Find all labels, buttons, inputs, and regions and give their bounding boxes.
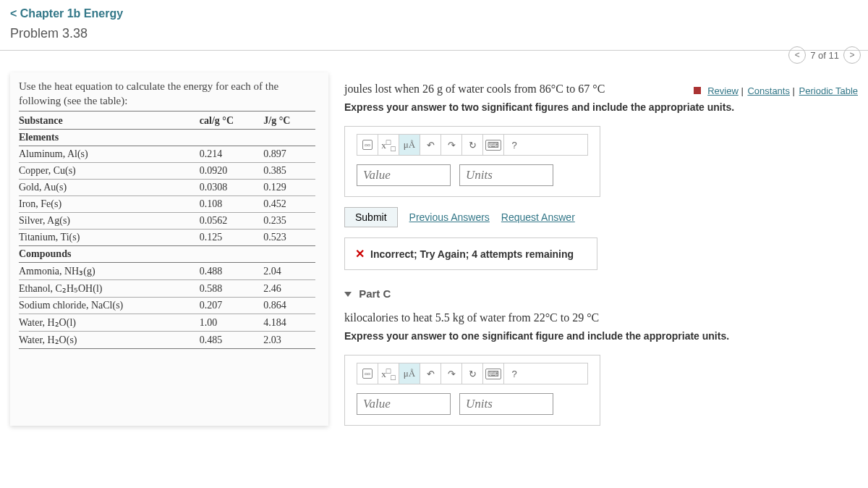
feedback-text: Incorrect; Try Again; 4 attempts remaini… bbox=[370, 248, 574, 260]
answer-toolbar: ▫▫ x□□ μÅ ↶ ↷ ↻ ⌨ ? bbox=[357, 363, 588, 384]
reset-button[interactable]: ↻ bbox=[462, 363, 483, 384]
special-chars-button[interactable]: μÅ bbox=[399, 363, 420, 384]
section-elements: Elements bbox=[19, 130, 315, 146]
table-row: Ammonia, NH₃(g)0.4882.04 bbox=[19, 263, 315, 280]
value-input[interactable] bbox=[357, 164, 451, 186]
units-input[interactable] bbox=[459, 164, 553, 186]
template-button[interactable]: ▫▫ bbox=[357, 363, 378, 384]
periodic-table-link[interactable]: Periodic Table bbox=[799, 85, 858, 96]
answer-toolbar: ▫▫ x□□ μÅ ↶ ↷ ↻ ⌨ ? bbox=[357, 134, 588, 156]
table-row: Gold, Au(s)0.03080.129 bbox=[19, 180, 315, 196]
part-c-label: Part C bbox=[359, 287, 391, 300]
exponent-button[interactable]: x□□ bbox=[378, 363, 399, 384]
table-row: Iron, Fe(s)0.1080.452 bbox=[19, 196, 315, 213]
prev-problem-button[interactable]: < bbox=[788, 46, 806, 64]
col-j: J/g °C bbox=[263, 113, 315, 130]
keyboard-button[interactable]: ⌨ bbox=[483, 135, 504, 155]
col-cal: cal/g °C bbox=[200, 113, 263, 130]
special-chars-button[interactable]: μÅ bbox=[399, 135, 420, 155]
section-compounds: Compounds bbox=[19, 246, 315, 263]
redo-button[interactable]: ↷ bbox=[441, 363, 462, 384]
reset-button[interactable]: ↻ bbox=[462, 135, 483, 155]
exponent-button[interactable]: x□□ bbox=[378, 135, 399, 155]
undo-icon: ↶ bbox=[427, 369, 435, 379]
redo-icon: ↷ bbox=[448, 369, 456, 379]
specific-heat-table: Substance cal/g °C J/g °C Elements Alumi… bbox=[19, 113, 315, 349]
reset-icon: ↻ bbox=[469, 140, 477, 151]
chapter-link-text: Chapter 1b Energy bbox=[20, 7, 123, 20]
flag-icon bbox=[694, 87, 701, 94]
part-c-instruction: Express your answer to one significant f… bbox=[344, 330, 858, 342]
problem-instructions: Use the heat equation to calculate the e… bbox=[19, 80, 315, 112]
x-sup-sub-icon: x□□ bbox=[380, 366, 397, 382]
reset-icon: ↻ bbox=[469, 369, 477, 379]
review-link[interactable]: Review bbox=[707, 85, 739, 96]
redo-button[interactable]: ↷ bbox=[441, 135, 462, 155]
template-icon: ▫▫ bbox=[362, 369, 373, 379]
table-row: Water, H₂O(s)0.4852.03 bbox=[19, 332, 315, 349]
constants-link[interactable]: Constants bbox=[747, 85, 790, 96]
undo-button[interactable]: ↶ bbox=[420, 135, 441, 155]
keyboard-button[interactable]: ⌨ bbox=[483, 363, 504, 384]
undo-button[interactable]: ↶ bbox=[420, 363, 441, 384]
template-button[interactable]: ▫▫ bbox=[357, 135, 378, 155]
request-answer-link[interactable]: Request Answer bbox=[501, 211, 575, 223]
help-button[interactable]: ? bbox=[504, 363, 524, 384]
table-row: Water, H₂O(l)1.004.184 bbox=[19, 314, 315, 332]
help-button[interactable]: ? bbox=[504, 135, 524, 155]
incorrect-icon: ✕ bbox=[355, 247, 365, 261]
problem-statement-panel: Use the heat equation to calculate the e… bbox=[10, 72, 328, 426]
part-c-header[interactable]: Part C bbox=[344, 287, 858, 300]
review-links: Review | Constants | Periodic Table bbox=[694, 85, 858, 96]
part-c-answer-box: ▫▫ x□□ μÅ ↶ ↷ ↻ ⌨ ? bbox=[344, 355, 600, 426]
table-row: Sodium chloride, NaCl(s)0.2070.864 bbox=[19, 298, 315, 314]
next-problem-button[interactable]: > bbox=[843, 46, 861, 64]
table-row: Titanium, Ti(s)0.1250.523 bbox=[19, 230, 315, 246]
part-b-instruction: Express your answer to two significant f… bbox=[344, 101, 858, 113]
table-row: Aluminum, Al(s)0.2140.897 bbox=[19, 146, 315, 163]
pager-text: 7 of 11 bbox=[810, 50, 839, 61]
units-input[interactable] bbox=[459, 393, 553, 415]
table-row: Ethanol, C₂H₅OH(l)0.5882.46 bbox=[19, 280, 315, 298]
x-sup-sub-icon: x□□ bbox=[380, 138, 397, 153]
undo-icon: ↶ bbox=[427, 140, 435, 151]
chevron-left-icon: < bbox=[10, 7, 17, 20]
problem-title: Problem 3.38 bbox=[10, 26, 858, 41]
submit-button[interactable]: Submit bbox=[344, 207, 398, 227]
keyboard-icon: ⌨ bbox=[485, 369, 501, 379]
part-c-question: kilocalories to heat 5.5 kg of water fro… bbox=[344, 311, 858, 324]
feedback-box: ✕ Incorrect; Try Again; 4 attempts remai… bbox=[344, 237, 597, 270]
table-row: Silver, Ag(s)0.05620.235 bbox=[19, 213, 315, 230]
value-input[interactable] bbox=[357, 393, 451, 415]
keyboard-icon: ⌨ bbox=[485, 140, 501, 151]
chapter-back-link[interactable]: < Chapter 1b Energy bbox=[10, 7, 858, 20]
redo-icon: ↷ bbox=[448, 140, 456, 151]
caret-down-icon bbox=[344, 292, 352, 297]
template-icon: ▫▫ bbox=[362, 140, 373, 150]
table-row: Copper, Cu(s)0.09200.385 bbox=[19, 163, 315, 180]
previous-answers-link[interactable]: Previous Answers bbox=[409, 211, 490, 223]
part-b-answer-box: ▫▫ x□□ μÅ ↶ ↷ ↻ ⌨ ? bbox=[344, 126, 600, 197]
col-substance: Substance bbox=[19, 113, 200, 130]
